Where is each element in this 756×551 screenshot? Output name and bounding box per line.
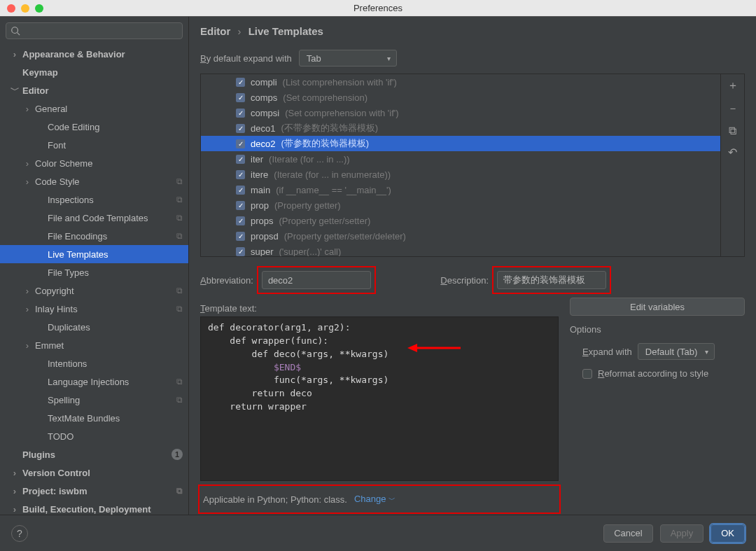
reformat-row[interactable]: Reformat according to style <box>582 368 745 379</box>
apply-button[interactable]: Apply <box>660 524 704 543</box>
sidebar-item-version-control[interactable]: ›Version Control <box>0 463 188 482</box>
template-desc: (Set comprehension) <box>283 92 368 103</box>
breadcrumb-editor[interactable]: Editor <box>200 25 230 37</box>
template-checkbox[interactable]: ✓ <box>236 93 245 102</box>
sidebar-item-appearance-behavior[interactable]: ›Appearance & Behavior <box>0 45 188 63</box>
sidebar-item-inlay-hints[interactable]: ›Inlay Hints⧉ <box>0 300 188 318</box>
template-row-itere[interactable]: ✓itere(Iterate (for ... in enumerate)) <box>201 167 720 182</box>
svg-line-1 <box>18 33 20 36</box>
chevron-right-icon: › <box>10 49 20 60</box>
sidebar-item-live-templates[interactable]: Live Templates <box>0 245 188 263</box>
template-checkbox[interactable]: ✓ <box>236 186 245 195</box>
template-name: propsd <box>251 231 279 242</box>
arrow-annotation-icon <box>407 340 463 356</box>
copy-icon[interactable]: ⧉ <box>729 125 736 137</box>
sidebar-item-keymap[interactable]: Keymap <box>0 63 188 81</box>
template-checkbox[interactable]: ✓ <box>236 170 245 179</box>
edit-variables-button[interactable]: Edit variables <box>570 298 745 316</box>
template-desc: (if __name__ == '__main__') <box>276 185 391 195</box>
expand-with-select[interactable]: Default (Tab) <box>638 343 715 360</box>
minimize-window-icon[interactable] <box>21 4 29 13</box>
sidebar-item-editor[interactable]: ﹀Editor <box>0 81 188 99</box>
sidebar-item-code-style[interactable]: ›Code Style⧉ <box>0 172 188 190</box>
template-list[interactable]: ✓compli(List comprehension with 'if')✓co… <box>201 74 720 256</box>
template-row-props[interactable]: ✓props(Property getter/setter) <box>201 213 720 228</box>
sidebar-item-plugins[interactable]: Plugins1 <box>0 445 188 463</box>
template-row-comps[interactable]: ✓comps(Set comprehension) <box>201 90 720 105</box>
sidebar-item-label: Code Editing <box>48 122 99 132</box>
sidebar-item-language-injections[interactable]: Language Injections⧉ <box>0 372 188 391</box>
template-checkbox[interactable]: ✓ <box>236 201 245 210</box>
template-checkbox[interactable]: ✓ <box>236 155 245 164</box>
sidebar-item-code-editing[interactable]: Code Editing <box>0 118 188 136</box>
sidebar-item-label: Editor <box>22 85 49 96</box>
template-row-compsi[interactable]: ✓compsi(Set comprehension with 'if') <box>201 105 720 120</box>
project-scope-icon: ⧉ <box>176 486 183 496</box>
default-expand-select[interactable]: Tab <box>299 50 397 67</box>
description-input[interactable] <box>497 271 606 289</box>
undo-icon[interactable]: ↶ <box>728 146 737 159</box>
template-checkbox[interactable]: ✓ <box>236 109 245 118</box>
template-checkbox[interactable]: ✓ <box>236 139 245 148</box>
template-checkbox[interactable]: ✓ <box>236 247 245 256</box>
sidebar-item-label: Code Style <box>35 176 80 187</box>
template-row-iter[interactable]: ✓iter(Iterate (for ... in ...)) <box>201 151 720 167</box>
template-name: compsi <box>251 108 279 118</box>
reformat-label: Reformat according to style <box>598 368 708 379</box>
sidebar-item-spelling[interactable]: Spelling⧉ <box>0 391 188 409</box>
traffic-lights <box>0 4 43 13</box>
sidebar-item-label: File and Code Templates <box>48 213 148 223</box>
sidebar-item-file-and-code-templates[interactable]: File and Code Templates⧉ <box>0 209 188 227</box>
sidebar-item-font[interactable]: Font <box>0 136 188 154</box>
close-window-icon[interactable] <box>7 4 15 13</box>
sidebar-item-general[interactable]: ›General <box>0 99 188 118</box>
template-checkbox[interactable]: ✓ <box>236 232 245 241</box>
template-row-super[interactable]: ✓super('super(...)' call) <box>201 244 720 256</box>
reformat-checkbox[interactable] <box>582 369 592 379</box>
sidebar-item-file-types[interactable]: File Types <box>0 263 188 281</box>
sidebar-item-project-iswbm[interactable]: ›Project: iswbm⧉ <box>0 482 188 500</box>
template-row-propsd[interactable]: ✓propsd(Property getter/setter/deleter) <box>201 228 720 244</box>
cancel-button[interactable]: Cancel <box>603 524 652 543</box>
code-var: $END$ <box>274 362 301 372</box>
search-input-field[interactable] <box>24 26 178 36</box>
ok-button[interactable]: OK <box>710 524 745 543</box>
template-checkbox[interactable]: ✓ <box>236 124 245 133</box>
sidebar-item-copyright[interactable]: ›Copyright⧉ <box>0 281 188 300</box>
applicable-row: Applicable in Python; Python: class. Cha… <box>200 487 559 512</box>
sidebar-item-emmet[interactable]: ›Emmet <box>0 336 188 354</box>
sidebar-item-intentions[interactable]: Intentions <box>0 354 188 372</box>
options-title: Options <box>570 324 745 335</box>
template-text-editor[interactable]: def decorator(arg1, arg2): def wrapper(f… <box>200 316 559 481</box>
template-row-main[interactable]: ✓main(if __name__ == '__main__') <box>201 182 720 197</box>
template-name: super <box>251 246 274 257</box>
sidebar-item-file-encodings[interactable]: File Encodings⧉ <box>0 227 188 245</box>
template-desc: (Property getter) <box>274 200 341 211</box>
chevron-right-icon: › <box>10 486 20 496</box>
search-input[interactable] <box>6 22 183 39</box>
sidebar-item-color-scheme[interactable]: ›Color Scheme <box>0 154 188 172</box>
template-row-deco2[interactable]: ✓deco2(带参数的装饰器模板) <box>201 136 720 151</box>
remove-icon[interactable]: － <box>727 102 738 116</box>
sidebar-item-label: Inlay Hints <box>35 304 78 314</box>
zoom-window-icon[interactable] <box>35 4 43 13</box>
project-scope-icon: ⧉ <box>176 176 183 186</box>
template-row-deco1[interactable]: ✓deco1(不带参数的装饰器模板) <box>201 120 720 136</box>
help-button[interactable]: ? <box>11 525 28 542</box>
sidebar-item-inspections[interactable]: Inspections⧉ <box>0 190 188 209</box>
sidebar-item-todo[interactable]: TODO <box>0 427 188 445</box>
template-checkbox[interactable]: ✓ <box>236 78 245 87</box>
sidebar-item-label: File Encodings <box>48 231 107 242</box>
sidebar-item-textmate-bundles[interactable]: TextMate Bundles <box>0 409 188 427</box>
template-row-compli[interactable]: ✓compli(List comprehension with 'if') <box>201 74 720 90</box>
sidebar-item-duplicates[interactable]: Duplicates <box>0 318 188 336</box>
template-row-prop[interactable]: ✓prop(Property getter) <box>201 197 720 213</box>
add-icon[interactable]: ＋ <box>727 78 738 93</box>
abbreviation-input[interactable] <box>262 271 371 289</box>
change-link[interactable]: Change ﹀ <box>354 494 396 505</box>
settings-tree: ›Appearance & BehaviorKeymap﹀Editor›Gene… <box>0 45 188 515</box>
sidebar-item-build-execution-deployment[interactable]: ›Build, Execution, Deployment <box>0 500 188 515</box>
template-checkbox[interactable]: ✓ <box>236 216 245 225</box>
sidebar-item-label: Keymap <box>22 67 58 78</box>
code-post: func(*args, **kwargs) return deco return… <box>208 375 388 412</box>
